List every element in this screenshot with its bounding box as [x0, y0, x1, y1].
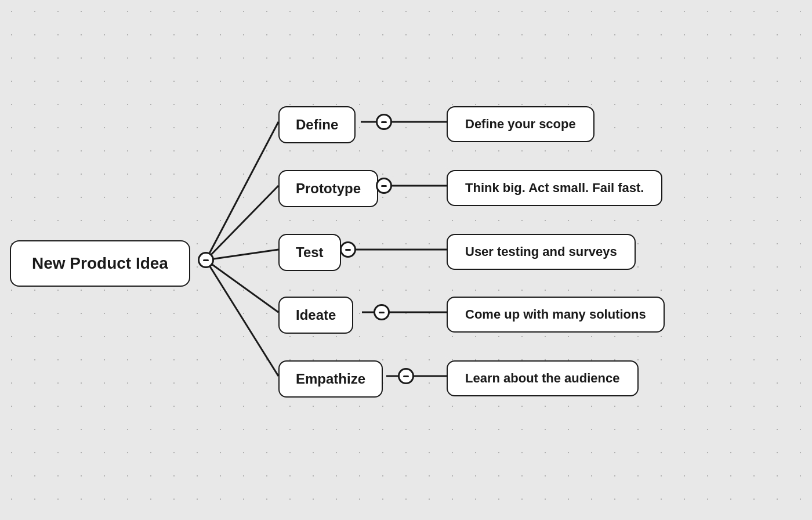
root-node[interactable]: New Product Idea [10, 240, 190, 287]
leaf-empathize[interactable]: Learn about the audience [447, 360, 639, 396]
branch-prototype[interactable]: Prototype [278, 170, 378, 207]
root-connector-dot [198, 252, 214, 268]
svg-line-0 [206, 122, 278, 260]
svg-line-1 [206, 186, 278, 260]
branch-test[interactable]: Test [278, 234, 341, 271]
leaf-prototype[interactable]: Think big. Act small. Fail fast. [447, 170, 662, 206]
prototype-connector-dot [376, 178, 392, 194]
branch-define[interactable]: Define [278, 106, 356, 143]
branch-empathize[interactable]: Empathize [278, 360, 383, 398]
leaf-define[interactable]: Define your scope [447, 106, 594, 142]
ideate-connector-dot [374, 304, 390, 320]
branch-ideate[interactable]: Ideate [278, 297, 353, 334]
define-connector-dot [376, 114, 392, 130]
leaf-test[interactable]: User testing and surveys [447, 234, 636, 270]
leaf-ideate[interactable]: Come up with many solutions [447, 297, 665, 333]
svg-line-2 [206, 250, 278, 260]
test-connector-dot [340, 241, 356, 258]
empathize-connector-dot [398, 368, 414, 384]
svg-line-3 [206, 260, 278, 312]
svg-line-4 [206, 260, 278, 376]
